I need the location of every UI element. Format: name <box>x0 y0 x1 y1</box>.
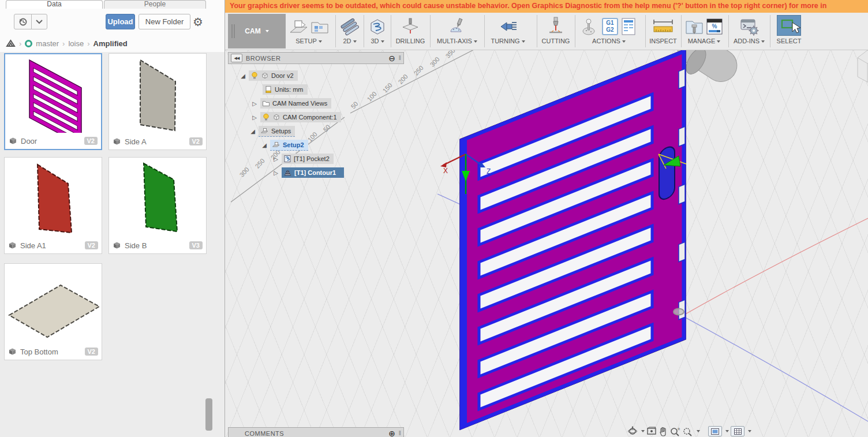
panel-grip[interactable]: ‖ <box>399 430 401 436</box>
visibility-bulb-icon[interactable] <box>250 72 259 80</box>
version-badge[interactable]: V2 <box>85 348 98 356</box>
collapsed-icon[interactable]: ▷ <box>251 114 258 121</box>
tree-item[interactable]: CAM Named Views <box>260 98 331 109</box>
tree-item[interactable]: [T1] Pocket2 <box>282 154 334 164</box>
look-at-button[interactable] <box>646 427 657 436</box>
comments-header[interactable]: COMMENTS ⊕ ‖ <box>228 427 404 437</box>
tree-item[interactable]: CAM Component:1 <box>260 112 341 122</box>
display-settings-icon <box>710 428 720 435</box>
ribbon-group-setup[interactable]: SETUP <box>286 14 332 48</box>
tree-row-cam-component[interactable]: ▷ CAM Component:1 <box>251 111 341 123</box>
file-card-side-a[interactable]: Side A V2 <box>108 53 207 150</box>
collapse-panel-button[interactable]: ◀◀ <box>231 54 242 62</box>
new-folder-button[interactable]: New Folder <box>139 14 190 29</box>
ribbon-group-turning[interactable]: TURNING <box>486 14 530 48</box>
ribbon-group-cutting[interactable]: CUTTING <box>538 14 573 48</box>
data-history-dropdown-button[interactable] <box>31 14 47 29</box>
model-cube-icon <box>113 137 121 145</box>
expanded-icon[interactable]: ◢ <box>249 128 256 135</box>
tree-row-pocket2[interactable]: ▷ [T1] Pocket2 <box>272 153 334 165</box>
breadcrumb-project[interactable]: loise <box>68 39 84 48</box>
tree-item[interactable]: Setups <box>259 126 295 137</box>
visibility-bulb-icon[interactable] <box>262 113 270 121</box>
tree-item-selected[interactable]: Setup2 <box>270 140 308 151</box>
door-model[interactable] <box>460 50 686 429</box>
ribbon-group-2d[interactable]: 2D <box>337 14 362 48</box>
ribbon-group-multiaxis[interactable]: MULTI-AXIS <box>432 14 482 48</box>
ribbon-group-actions[interactable]: G1G2 ACTIONS <box>578 14 639 48</box>
pan-button[interactable] <box>659 427 668 436</box>
chevron-down-icon[interactable] <box>748 430 751 432</box>
grid-layout-button[interactable] <box>731 426 744 436</box>
view-cube-icon[interactable] <box>858 50 868 83</box>
3d-viewport[interactable]: X Z 50 100 150 200 250 300 350 50 100 20… <box>225 50 868 437</box>
upload-button[interactable]: Upload <box>106 14 135 29</box>
view-navigation-bar: ± <box>627 426 751 436</box>
breadcrumb-hub[interactable]: master <box>36 39 59 48</box>
data-panel-scrollbar[interactable] <box>205 398 212 431</box>
comments-panel[interactable]: COMMENTS ⊕ ‖ <box>228 427 404 437</box>
main-area: Your graphics driver seems to be outdate… <box>225 0 868 437</box>
tree-row-contour1[interactable]: ▷ [T1] Contour1 <box>272 167 344 178</box>
tree-row-units[interactable]: Units: mm <box>263 84 308 95</box>
grid-icon <box>734 428 742 435</box>
ribbon-group-addins[interactable]: ADD-INS <box>730 14 768 48</box>
chevron-down-icon[interactable] <box>641 430 645 432</box>
new-setup-icon <box>288 17 309 36</box>
card-label-bar: Side A1 V2 <box>5 237 102 253</box>
ribbon-group-label: MULTI-AXIS <box>432 38 482 44</box>
zoom-window-button[interactable] <box>682 427 693 436</box>
toolbar-separator <box>645 15 646 47</box>
pan-hand-icon <box>659 427 668 436</box>
version-badge[interactable]: V2 <box>84 137 98 145</box>
panel-grip[interactable]: ‖ <box>399 55 401 61</box>
tree-item[interactable]: Units: mm <box>263 84 308 95</box>
collapsed-icon[interactable]: ▷ <box>272 170 279 176</box>
expand-icon[interactable]: ⊕ <box>388 429 395 437</box>
tab-people[interactable]: People <box>104 0 206 9</box>
breadcrumb-folder[interactable]: Amplified <box>93 39 128 48</box>
chevron-down-icon <box>474 40 477 43</box>
toolbar-separator <box>728 15 729 47</box>
ribbon-group-drilling[interactable]: DRILLING <box>392 14 428 48</box>
expanded-icon[interactable]: ◢ <box>261 142 268 148</box>
card-label-bar: Top Bottom V2 <box>5 343 102 360</box>
settings-gear-icon[interactable]: ⚙ <box>193 14 203 29</box>
data-history-button[interactable] <box>14 14 32 29</box>
version-badge[interactable]: V3 <box>189 241 203 249</box>
file-card-side-a1[interactable]: Side A1 V2 <box>4 157 102 254</box>
tree-row-named-views[interactable]: ▷ CAM Named Views <box>251 98 331 109</box>
ribbon-group-3d[interactable]: 3D <box>365 14 390 48</box>
tree-item-selected[interactable]: [T1] Contour1 <box>282 167 344 178</box>
file-card-side-b[interactable]: Side B V3 <box>108 157 207 254</box>
ribbon-group-manage[interactable]: % MANAGE <box>683 14 725 48</box>
ribbon-group-select[interactable]: SELECT <box>772 14 806 48</box>
expanded-icon[interactable]: ◢ <box>240 73 246 79</box>
toolbar-separator <box>681 15 682 47</box>
chevron-down-icon[interactable] <box>697 430 700 432</box>
ribbon-group-inspect[interactable]: INSPECT <box>647 14 679 48</box>
ribbon-group-label: TURNING <box>486 38 530 44</box>
tab-data[interactable]: Data <box>6 0 103 9</box>
chevron-down-icon[interactable] <box>725 430 729 432</box>
tree-row-setup2[interactable]: ◢ Setup2 <box>261 139 308 151</box>
top-bottom-thumbnail <box>5 264 102 343</box>
tree-item[interactable]: Door v2 <box>249 70 298 81</box>
select-tool-active[interactable] <box>777 15 801 36</box>
version-badge[interactable]: V2 <box>85 241 98 249</box>
file-card-top-bottom[interactable]: Top Bottom V2 <box>4 263 102 360</box>
file-name: Door <box>21 137 81 145</box>
collapsed-icon[interactable]: ▷ <box>251 100 258 107</box>
version-badge[interactable]: V2 <box>189 137 203 145</box>
orbit-button[interactable] <box>627 426 638 436</box>
display-settings-button[interactable] <box>708 426 722 436</box>
minimize-icon[interactable]: ⊖ <box>388 54 395 62</box>
workspace-switcher[interactable]: CAM <box>228 14 286 48</box>
tree-row-setups[interactable]: ◢ Setups <box>249 125 295 137</box>
collapsed-icon[interactable]: ▷ <box>272 156 279 162</box>
file-card-door[interactable]: Door V2 <box>4 53 102 150</box>
hub-icon[interactable] <box>25 40 32 47</box>
browser-title: BROWSER <box>246 55 385 62</box>
tree-row-door[interactable]: ◢ Door v2 <box>240 70 298 81</box>
zoom-button[interactable]: ± <box>669 427 680 436</box>
